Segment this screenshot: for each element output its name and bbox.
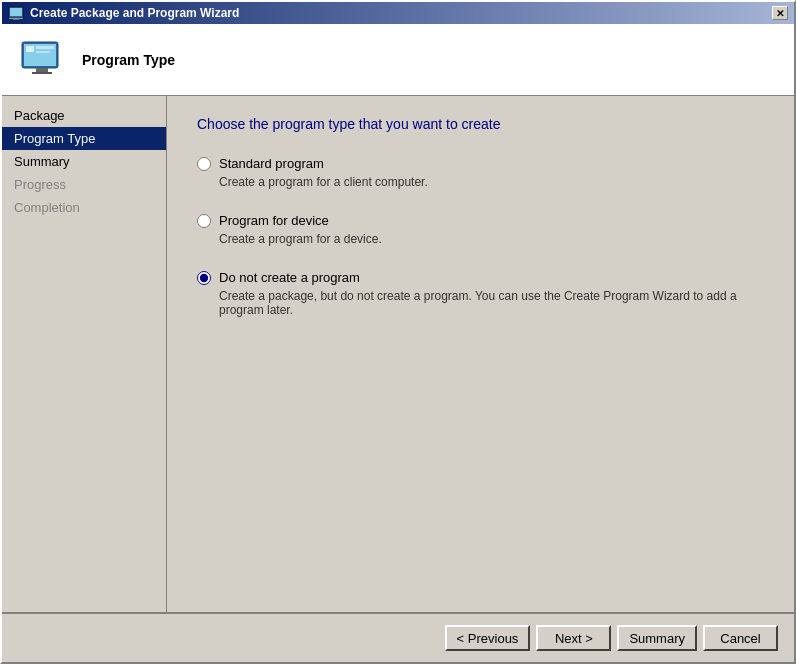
svg-rect-9 bbox=[36, 46, 54, 49]
header-title: Program Type bbox=[82, 52, 175, 68]
wizard-window: Create Package and Program Wizard ✕ Prog… bbox=[0, 0, 796, 664]
sidebar-item-summary[interactable]: Summary bbox=[2, 150, 166, 173]
svg-rect-10 bbox=[36, 51, 50, 53]
window-icon bbox=[8, 5, 24, 21]
svg-rect-6 bbox=[36, 68, 48, 72]
program-type-icon bbox=[18, 36, 66, 84]
main-title: Choose the program type that you want to… bbox=[197, 116, 764, 132]
main-content: Choose the program type that you want to… bbox=[167, 96, 794, 612]
option-none-desc: Create a package, but do not create a pr… bbox=[219, 289, 764, 317]
close-button[interactable]: ✕ bbox=[772, 6, 788, 20]
cancel-button[interactable]: Cancel bbox=[703, 625, 778, 651]
option-standard-radio[interactable] bbox=[197, 157, 211, 171]
option-none-group: Do not create a program Create a package… bbox=[197, 270, 764, 317]
option-none-label[interactable]: Do not create a program bbox=[219, 270, 360, 285]
title-bar: Create Package and Program Wizard ✕ bbox=[2, 2, 794, 24]
sidebar-item-package[interactable]: Package bbox=[2, 104, 166, 127]
option-standard-group: Standard program Create a program for a … bbox=[197, 156, 764, 189]
footer-area: < Previous Next > Summary Cancel bbox=[2, 612, 794, 662]
svg-rect-8 bbox=[26, 46, 34, 52]
option-none-row: Do not create a program bbox=[197, 270, 764, 285]
previous-button[interactable]: < Previous bbox=[445, 625, 531, 651]
header-area: Program Type bbox=[2, 24, 794, 96]
svg-rect-7 bbox=[32, 72, 52, 74]
sidebar-item-completion: Completion bbox=[2, 196, 166, 219]
window-title: Create Package and Program Wizard bbox=[30, 6, 239, 20]
option-device-radio[interactable] bbox=[197, 214, 211, 228]
next-button[interactable]: Next > bbox=[536, 625, 611, 651]
option-device-label[interactable]: Program for device bbox=[219, 213, 329, 228]
option-device-desc: Create a program for a device. bbox=[219, 232, 764, 246]
option-device-row: Program for device bbox=[197, 213, 764, 228]
option-standard-desc: Create a program for a client computer. bbox=[219, 175, 764, 189]
option-standard-label[interactable]: Standard program bbox=[219, 156, 324, 171]
sidebar-item-progress: Progress bbox=[2, 173, 166, 196]
body-area: Package Program Type Summary Progress Co… bbox=[2, 96, 794, 612]
sidebar: Package Program Type Summary Progress Co… bbox=[2, 96, 167, 612]
svg-rect-1 bbox=[10, 8, 22, 16]
title-bar-left: Create Package and Program Wizard bbox=[8, 5, 239, 21]
option-none-radio[interactable] bbox=[197, 271, 211, 285]
option-standard-row: Standard program bbox=[197, 156, 764, 171]
summary-button[interactable]: Summary bbox=[617, 625, 697, 651]
svg-rect-3 bbox=[13, 19, 19, 20]
svg-rect-2 bbox=[9, 18, 23, 19]
option-device-group: Program for device Create a program for … bbox=[197, 213, 764, 246]
sidebar-item-program-type[interactable]: Program Type bbox=[2, 127, 166, 150]
